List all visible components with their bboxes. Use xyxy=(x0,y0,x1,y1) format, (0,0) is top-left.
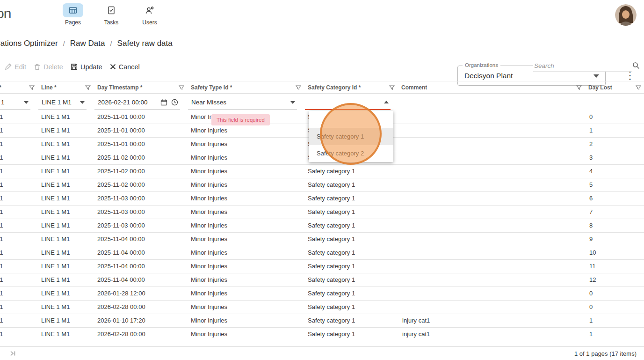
cell-day-timestamp[interactable]: 2026-01-28 12:00 xyxy=(94,287,187,300)
cell-safety-type[interactable]: Minor Injuries xyxy=(187,219,304,232)
cell-comment[interactable] xyxy=(398,151,585,164)
cell-safety-type[interactable]: Minor Injuries xyxy=(187,301,304,314)
cell-module[interactable]: Module 1 xyxy=(0,138,37,151)
cell-day-lost[interactable]: 12 xyxy=(585,273,644,287)
filter-icon[interactable] xyxy=(389,85,395,90)
table-row[interactable]: Module 1 LINE 1 M1 2025-11-03 00:00 Mino… xyxy=(0,192,644,206)
cell-day-timestamp[interactable]: 2025-11-01 00:00 xyxy=(94,138,187,151)
cell-day-lost[interactable]: 10 xyxy=(585,246,644,259)
cell-day-lost[interactable]: 7 xyxy=(585,206,644,219)
cell-module[interactable]: Module 1 xyxy=(0,301,37,314)
filter-icon[interactable] xyxy=(179,85,184,90)
cell-module[interactable]: Module 1 xyxy=(0,219,37,232)
cell-comment[interactable] xyxy=(398,219,585,232)
cell-module[interactable]: Module 1 xyxy=(0,192,37,205)
cell-line[interactable]: LINE 1 M1 xyxy=(37,328,94,341)
cell-comment[interactable] xyxy=(398,110,585,124)
dropdown-option-safety-category-1[interactable]: Safety category 1 xyxy=(309,128,393,145)
cell-line[interactable]: LINE 1 M1 xyxy=(37,192,94,205)
cell-comment[interactable]: injury cat1 xyxy=(398,328,585,341)
cell-module[interactable]: Module 1 xyxy=(0,233,37,246)
cell-line[interactable]: LINE 1 M1 xyxy=(37,178,94,191)
cell-line[interactable]: LINE 1 M1 xyxy=(37,110,94,124)
cell-comment[interactable] xyxy=(398,124,585,137)
filter-icon[interactable] xyxy=(636,85,641,90)
cell-safety-type[interactable]: Minor Injuries xyxy=(187,233,304,246)
dropdown-option-blank[interactable] xyxy=(309,111,393,128)
cell-comment[interactable] xyxy=(398,273,585,287)
cell-safety-category[interactable]: Safety category 1 xyxy=(304,260,398,273)
table-row[interactable]: Module 1 LINE 1 M1 2026-02-28 00:00 Mino… xyxy=(0,301,644,314)
cell-safety-type[interactable]: Minor Injuries xyxy=(187,138,304,151)
breadcrumb-item-raw-data[interactable]: Raw Data xyxy=(70,39,105,48)
cell-line[interactable]: LINE 1 M1 xyxy=(37,287,94,300)
cell-line[interactable]: LINE 1 M1 xyxy=(37,273,94,287)
cell-safety-type[interactable]: Minor Injuries xyxy=(187,151,304,164)
nav-item-tasks[interactable]: Tasks xyxy=(97,3,125,26)
cell-comment[interactable]: injury cat1 xyxy=(398,314,585,327)
cell-safety-category[interactable]: Safety category 1 xyxy=(304,246,398,259)
cell-day-timestamp[interactable]: 2025-11-02 00:00 xyxy=(94,178,187,191)
cell-comment[interactable] xyxy=(398,233,585,246)
filter-icon[interactable] xyxy=(29,85,35,90)
cell-safety-type[interactable]: Minor Injuries xyxy=(187,328,304,341)
cell-safety-category[interactable]: Safety category 1 xyxy=(304,287,398,300)
cell-module[interactable]: Module 1 xyxy=(0,287,37,300)
cell-day-lost[interactable]: 0 xyxy=(585,287,644,300)
cell-line[interactable]: LINE 1 M1 xyxy=(37,124,94,137)
nav-item-pages[interactable]: Pages xyxy=(59,3,87,26)
safety-type-dropdown[interactable]: Near Misses xyxy=(188,96,297,110)
cell-comment[interactable] xyxy=(398,178,585,191)
cell-comment[interactable] xyxy=(398,246,585,259)
cell-module[interactable]: Module 1 xyxy=(0,206,37,219)
cell-safety-category[interactable]: Safety category 1 xyxy=(304,314,398,327)
cell-module[interactable]: Module 1 xyxy=(0,246,37,259)
column-header-day-timestamp[interactable]: Day Timestamp * xyxy=(94,84,187,91)
cell-day-timestamp[interactable]: 2026-02-28 00:00 xyxy=(94,301,187,314)
cell-line[interactable]: LINE 1 M1 xyxy=(37,165,94,178)
cell-module[interactable]: Module 1 xyxy=(0,110,37,124)
breadcrumb-item-operations-optimizer[interactable]: Operations Optimizer xyxy=(0,39,58,48)
nav-item-users[interactable]: Users xyxy=(136,3,164,26)
cell-module[interactable]: Module 1 xyxy=(0,124,37,137)
cell-day-timestamp[interactable]: 2025-11-04 00:00 xyxy=(94,246,187,259)
cell-day-lost[interactable]: 6 xyxy=(585,192,644,205)
dropdown-option-safety-category-2[interactable]: Safety category 2 xyxy=(309,145,393,162)
table-row[interactable]: Module 1 LINE 1 M1 2025-11-03 00:00 Mino… xyxy=(0,219,644,233)
module-dropdown[interactable]: Module 1 xyxy=(0,96,30,110)
chevron-down-icon[interactable] xyxy=(24,101,29,104)
cell-safety-category[interactable]: Safety category 1 xyxy=(304,178,398,191)
cell-comment[interactable] xyxy=(398,165,585,178)
cell-safety-category[interactable]: Safety category 1 xyxy=(304,165,398,178)
cell-safety-type[interactable]: Minor Injuries xyxy=(187,287,304,300)
chevron-down-icon[interactable] xyxy=(80,101,85,104)
cell-line[interactable]: LINE 1 M1 xyxy=(37,151,94,164)
cell-day-timestamp[interactable]: 2025-11-03 00:00 xyxy=(94,206,187,219)
cell-day-timestamp[interactable]: 2025-11-04 00:00 xyxy=(94,273,187,287)
cell-safety-type[interactable]: Minor Injuries xyxy=(187,178,304,191)
cell-day-lost[interactable]: 1 xyxy=(585,314,644,327)
cell-day-lost[interactable]: 0 xyxy=(585,301,644,314)
last-page-icon[interactable] xyxy=(9,350,16,357)
line-dropdown[interactable]: LINE 1 M1 xyxy=(38,96,87,110)
cell-safety-type[interactable]: Minor Injuries xyxy=(187,314,304,327)
table-row[interactable]: Module 1 LINE 1 M1 2026-01-28 12:00 Mino… xyxy=(0,287,644,301)
chevron-up-icon[interactable] xyxy=(384,101,389,103)
column-header-safety-category[interactable]: Safety Category Id * xyxy=(304,84,398,91)
cell-line[interactable]: LINE 1 M1 xyxy=(37,233,94,246)
cell-day-timestamp[interactable]: 2025-11-04 00:00 xyxy=(94,260,187,273)
table-row[interactable]: Module 1 LINE 1 M1 2025-11-04 00:00 Mino… xyxy=(0,273,644,287)
cell-module[interactable]: Module 1 xyxy=(0,151,37,164)
cell-day-lost[interactable]: 5 xyxy=(585,178,644,191)
cell-day-lost[interactable]: 2 xyxy=(585,138,644,151)
cell-day-timestamp[interactable]: 2025-11-01 00:00 xyxy=(94,124,187,137)
table-row[interactable]: Module 1 LINE 1 M1 2025-11-04 00:00 Mino… xyxy=(0,260,644,273)
safety-category-dropdown[interactable] xyxy=(305,96,391,110)
cell-module[interactable]: Module 1 xyxy=(0,165,37,178)
update-button[interactable]: Update xyxy=(71,63,102,71)
cell-safety-type[interactable]: Minor Injuries xyxy=(187,192,304,205)
cell-comment[interactable] xyxy=(398,206,585,219)
cell-day-lost[interactable]: 4 xyxy=(585,165,644,178)
filter-icon[interactable] xyxy=(85,85,91,90)
clock-icon[interactable] xyxy=(171,99,178,106)
